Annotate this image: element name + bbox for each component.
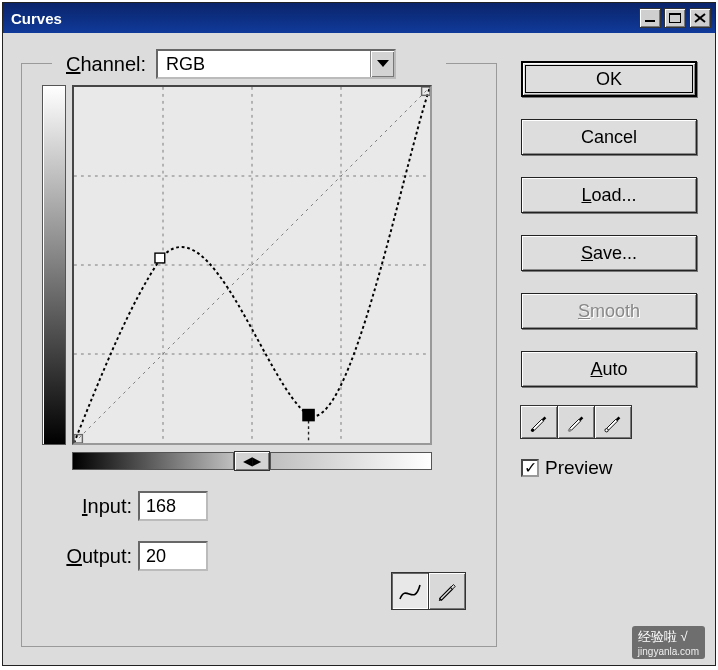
channel-value: RGB	[158, 54, 370, 75]
svg-point-16	[568, 429, 571, 432]
load-button[interactable]: Load...	[521, 177, 697, 213]
white-point-eyedropper[interactable]	[594, 405, 632, 439]
titlebar[interactable]: Curves	[3, 3, 715, 33]
black-point-eyedropper[interactable]	[520, 405, 558, 439]
maximize-button[interactable]	[664, 8, 686, 28]
output-label: Output:	[42, 545, 132, 568]
svg-rect-0	[645, 20, 655, 22]
auto-button[interactable]: Auto	[521, 351, 697, 387]
chevron-down-icon[interactable]	[370, 51, 394, 77]
svg-point-17	[605, 429, 608, 432]
curve-tool-button[interactable]	[391, 572, 429, 610]
save-button[interactable]: Save...	[521, 235, 697, 271]
preview-checkbox[interactable]: ✓	[521, 459, 539, 477]
channel-label: Channel:	[66, 53, 146, 76]
svg-rect-2	[669, 13, 681, 15]
watermark: 经验啦 √ jingyanla.com	[632, 626, 705, 659]
curve-canvas[interactable]	[72, 85, 432, 445]
client-area: Channel: RGB	[3, 33, 715, 665]
input-field[interactable]	[138, 491, 208, 521]
smooth-button[interactable]: Smooth	[521, 293, 697, 329]
curve-point-selected[interactable]	[303, 409, 314, 420]
close-button[interactable]	[689, 8, 711, 28]
curve-point[interactable]	[155, 253, 165, 263]
curves-group: Channel: RGB	[21, 63, 497, 647]
horizontal-gradient[interactable]: ◀▶	[72, 451, 476, 471]
hgrad-right	[270, 452, 432, 470]
pencil-tool-button[interactable]	[428, 572, 466, 610]
output-field[interactable]	[138, 541, 208, 571]
input-label: Input:	[42, 495, 132, 518]
button-column: OK Cancel Load... Save... Smooth Auto ✓ …	[521, 49, 697, 647]
preview-label: Preview	[545, 457, 613, 479]
window-title: Curves	[11, 10, 62, 27]
curves-dialog: Curves Channel: RGB	[2, 2, 716, 666]
gray-point-eyedropper[interactable]	[557, 405, 595, 439]
vertical-gradient	[42, 85, 66, 445]
minimize-button[interactable]	[639, 8, 661, 28]
ok-button[interactable]: OK	[521, 61, 697, 97]
channel-combo[interactable]: RGB	[156, 49, 396, 79]
gradient-toggle[interactable]: ◀▶	[234, 451, 270, 471]
svg-point-15	[531, 429, 534, 432]
hgrad-left	[72, 452, 234, 470]
cancel-button[interactable]: Cancel	[521, 119, 697, 155]
